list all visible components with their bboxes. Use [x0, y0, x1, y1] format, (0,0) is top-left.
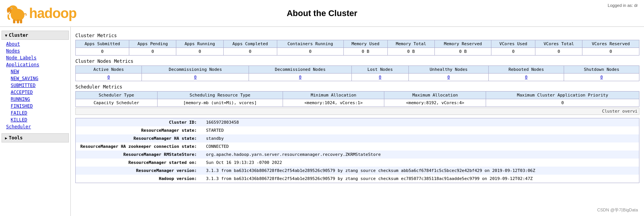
val-vcores-used: 0: [491, 48, 535, 56]
sidebar-item-submitted[interactable]: SUBMITTED: [0, 82, 70, 89]
rm-store-value: org.apache.hadoop.yarn.server.resourcema…: [202, 151, 639, 159]
tools-section: ▶ Tools: [0, 133, 70, 142]
sidebar-item-node-labels[interactable]: Node Labels: [0, 54, 70, 61]
col-memory-reserved: Memory Reserved: [434, 40, 491, 48]
val-containers-running: 0: [277, 48, 343, 56]
info-row-rm-state: ResourceManager state: STARTED: [76, 126, 639, 134]
val-apps-submitted: 0: [76, 48, 129, 56]
val-max-cluster-app-priority: 0: [486, 99, 639, 107]
info-row-rm-version: ResourceManager version: 3.1.3 from ba63…: [76, 167, 639, 175]
rm-ha-state-label: ResourceManager HA state:: [76, 134, 202, 142]
rm-started-value: Sun Oct 16 19:13:23 -0700 2022: [202, 159, 639, 167]
sidebar-item-accepted[interactable]: ACCEPTED: [0, 89, 70, 96]
logo: hadoop: [6, 3, 76, 24]
cluster-section-label: Cluster: [9, 33, 28, 38]
val-memory-reserved: 0 B: [434, 48, 491, 56]
val-lost-nodes[interactable]: 0: [351, 74, 408, 81]
val-apps-completed: 0: [223, 48, 277, 56]
val-decommissioning-nodes[interactable]: 0: [142, 74, 249, 81]
col-memory-used: Memory Used: [343, 40, 387, 48]
col-apps-running: Apps Running: [176, 40, 223, 48]
col-minimum-allocation: Minimum Allocation: [283, 92, 384, 99]
col-decommissioned-nodes: Decommissioned Nodes: [249, 66, 351, 74]
sidebar-item-failed[interactable]: FAILED: [0, 110, 70, 116]
svg-rect-6: [17, 20, 19, 23]
rm-version-label: ResourceManager version:: [76, 167, 202, 175]
val-unhealthy-nodes[interactable]: 0: [409, 74, 489, 81]
main-layout: ▼ Cluster About Nodes Node Labels Applic…: [0, 27, 644, 216]
rm-ha-state-value: standby: [202, 134, 639, 142]
col-rebooted-nodes: Rebooted Nodes: [489, 66, 564, 74]
cluster-section-header[interactable]: ▼ Cluster: [2, 31, 69, 40]
sidebar: ▼ Cluster About Nodes Node Labels Applic…: [0, 27, 71, 216]
info-row-cluster-id: Cluster ID: 1665972803458: [76, 118, 639, 127]
rm-zk-label: ResourceManager HA zookeeper connection …: [76, 142, 202, 151]
col-apps-pending: Apps Pending: [129, 40, 176, 48]
cluster-metrics-title: Cluster Metrics: [75, 33, 639, 38]
val-maximum-allocation: <memory:8192, vCores:4>: [384, 99, 486, 107]
col-apps-submitted: Apps Submitted: [76, 40, 129, 48]
col-scheduling-resource-type: Scheduling Resource Type: [157, 92, 283, 99]
rm-zk-value: CONNECTED: [202, 142, 639, 151]
col-vcores-used: VCores Used: [491, 40, 535, 48]
rm-state-value: STARTED: [202, 126, 639, 134]
rm-started-label: ResourceManager started on:: [76, 159, 202, 167]
col-shutdown-nodes: Shutdown Nodes: [564, 66, 639, 74]
col-lost-nodes: Lost Nodes: [351, 66, 408, 74]
sidebar-item-applications[interactable]: Applications: [0, 61, 70, 68]
scheduler-metrics-table: Scheduler Type Scheduling Resource Type …: [75, 91, 639, 107]
col-max-cluster-app-priority: Maximum Cluster Application Priority: [486, 92, 639, 99]
tools-arrow-icon: ▶: [5, 136, 7, 140]
col-containers-running: Containers Running: [277, 40, 343, 48]
tools-section-header[interactable]: ▶ Tools: [2, 133, 69, 142]
val-vcores-total: 0: [535, 48, 582, 56]
col-vcores-total: VCores Total: [535, 40, 582, 48]
col-unhealthy-nodes: Unhealthy Nodes: [409, 66, 489, 74]
info-row-rm-ha-state: ResourceManager HA state: standby: [76, 134, 639, 142]
page-title: About the Cluster: [287, 8, 358, 18]
info-row-rm-zk: ResourceManager HA zookeeper connection …: [76, 142, 639, 151]
hadoop-version-label: Hadoop version:: [76, 175, 202, 183]
val-decommissioned-nodes[interactable]: 0: [249, 74, 351, 81]
page-header: hadoop About the Cluster Logged in as: d…: [0, 0, 644, 27]
hadoop-elephant-icon: [6, 3, 29, 24]
val-scheduler-type: Capacity Scheduler: [76, 99, 158, 107]
val-vcores-reserved: 0: [582, 48, 639, 56]
svg-point-4: [11, 8, 12, 9]
hadoop-version-value: 3.1.3 from ba631c436b806728f8ec2f54ab1e2…: [202, 175, 639, 183]
svg-rect-5: [13, 20, 15, 23]
cluster-id-label: Cluster ID:: [76, 118, 202, 127]
col-decommissioning-nodes: Decommissioning Nodes: [142, 66, 249, 74]
sidebar-item-killed[interactable]: KILLED: [0, 116, 70, 123]
sidebar-item-running[interactable]: RUNNING: [0, 96, 70, 103]
cluster-info-table: Cluster ID: 1665972803458 ResourceManage…: [75, 118, 639, 183]
val-memory-used: 0 B: [343, 48, 387, 56]
val-rebooted-nodes[interactable]: 0: [489, 74, 564, 81]
sidebar-item-nodes[interactable]: Nodes: [0, 47, 70, 54]
logged-in-status: Logged in as: dr: [608, 3, 638, 8]
cluster-nodes-metrics-table: Active Nodes Decommissioning Nodes Decom…: [75, 65, 639, 81]
cluster-metrics-table: Apps Submitted Apps Pending Apps Running…: [75, 40, 639, 56]
cluster-section: ▼ Cluster About Nodes Node Labels Applic…: [0, 31, 70, 130]
sidebar-item-finished[interactable]: FINISHED: [0, 103, 70, 110]
sidebar-item-about[interactable]: About: [0, 41, 70, 47]
logo-hadoop-text: hadoop: [29, 5, 76, 21]
val-shutdown-nodes[interactable]: 0: [564, 74, 639, 81]
col-maximum-allocation: Maximum Allocation: [384, 92, 486, 99]
col-scheduler-type: Scheduler Type: [76, 92, 158, 99]
col-vcores-reserved: VCores Reserved: [582, 40, 639, 48]
val-apps-pending: 0: [129, 48, 176, 56]
cluster-nodes-metrics-title: Cluster Nodes Metrics: [75, 59, 639, 64]
csdn-footer: CSDN @学习BigData: [597, 207, 638, 213]
col-memory-total: Memory Total: [387, 40, 434, 48]
val-minimum-allocation: <memory:1024, vCores:1>: [283, 99, 384, 107]
col-active-nodes: Active Nodes: [76, 66, 142, 74]
val-apps-running: 0: [176, 48, 223, 56]
rm-store-label: ResourceManager RMStateStore:: [76, 151, 202, 159]
info-row-hadoop-version: Hadoop version: 3.1.3 from ba631c436b806…: [76, 175, 639, 183]
sidebar-item-new[interactable]: NEW: [0, 68, 70, 75]
sidebar-item-new-saving[interactable]: NEW_SAVING: [0, 75, 70, 82]
sidebar-item-scheduler[interactable]: Scheduler: [0, 123, 70, 130]
val-active-nodes[interactable]: 0: [76, 74, 142, 81]
info-row-rm-started: ResourceManager started on: Sun Oct 16 1…: [76, 159, 639, 167]
